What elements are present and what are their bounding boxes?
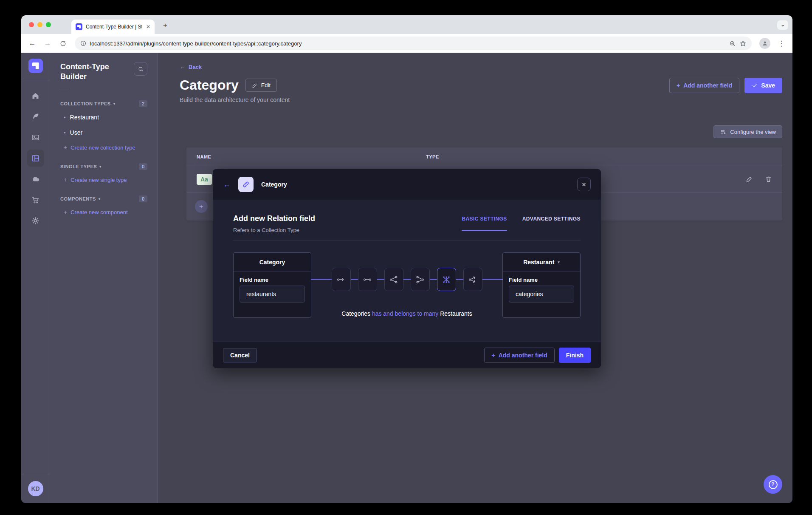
- mac-minimize-button[interactable]: [37, 22, 42, 27]
- strapi-favicon-icon: [76, 23, 82, 30]
- browser-forward-button[interactable]: →: [41, 37, 54, 50]
- relation-many-way-button[interactable]: [463, 268, 482, 291]
- browser-profile-avatar[interactable]: [759, 38, 770, 49]
- source-card-title: Category: [234, 253, 311, 272]
- source-field-label: Field name: [240, 277, 305, 283]
- source-card: Category Field name: [233, 252, 311, 318]
- new-tab-button[interactable]: +: [160, 20, 171, 31]
- modal-footer: Cancel + Add another field Finish: [213, 342, 601, 368]
- caption-relation: has and belongs to many: [372, 310, 438, 317]
- target-field-label: Field name: [509, 277, 574, 283]
- one-to-many-icon: [389, 275, 398, 284]
- browser-tab-strip: Content-Type Builder | Strapi ✕ + ⌄: [21, 15, 792, 34]
- browser-reload-button[interactable]: [56, 37, 70, 50]
- modal-header: ← Category ✕: [213, 169, 601, 200]
- modal-add-field-label: Add another field: [499, 352, 547, 359]
- relation-one-to-many-button[interactable]: [384, 268, 403, 291]
- caption-target: Restaurants: [440, 310, 472, 317]
- relation-type-picker: Categories has and belongs to many Resta…: [311, 252, 502, 318]
- tab-search-button[interactable]: ⌄: [777, 20, 788, 30]
- one-to-one-icon: [363, 275, 372, 284]
- person-icon: [761, 40, 768, 47]
- browser-back-button[interactable]: ←: [25, 37, 39, 50]
- mac-close-button[interactable]: [29, 22, 34, 27]
- modal-back-button[interactable]: ←: [223, 180, 231, 189]
- browser-toolbar: ← → localhost:1337/admin/plugins/content…: [21, 34, 792, 53]
- relation-one-way-button[interactable]: [332, 268, 351, 291]
- add-relation-modal: ← Category ✕ Add new Relation field Refe…: [213, 169, 601, 368]
- caption-source: Categories: [341, 310, 370, 317]
- relation-many-to-one-button[interactable]: [411, 268, 430, 291]
- tab-close-icon[interactable]: ✕: [145, 24, 151, 30]
- cancel-button[interactable]: Cancel: [223, 348, 257, 362]
- modal-tabs: BASIC SETTINGS ADVANCED SETTINGS: [462, 214, 581, 231]
- modal-add-another-field-button[interactable]: + Add another field: [484, 348, 554, 363]
- modal-title: Category: [261, 181, 287, 188]
- chevron-down-icon: ▾: [558, 260, 560, 264]
- modal-close-button[interactable]: ✕: [577, 178, 591, 191]
- mac-window-controls: [29, 22, 51, 27]
- link-icon: [242, 181, 250, 188]
- browser-window: Content-Type Builder | Strapi ✕ + ⌄ ← → …: [21, 15, 792, 503]
- target-card-title: Restaurant: [523, 259, 554, 266]
- relation-caption: Categories has and belongs to many Resta…: [311, 310, 502, 318]
- relation-one-to-one-button[interactable]: [358, 268, 377, 291]
- target-collection-select[interactable]: Restaurant ▾: [503, 253, 580, 272]
- many-way-icon: [468, 275, 477, 284]
- tab-basic-settings[interactable]: BASIC SETTINGS: [462, 216, 507, 231]
- plus-icon: +: [491, 352, 495, 359]
- address-bar[interactable]: localhost:1337/admin/plugins/content-typ…: [75, 37, 752, 50]
- reload-icon: [59, 40, 67, 47]
- zoom-icon[interactable]: [729, 40, 736, 47]
- strapi-admin-page: KD Content-Type Builder COLLECTION TYPES…: [21, 53, 792, 503]
- relation-many-to-many-button[interactable]: [437, 268, 456, 291]
- many-to-one-icon: [415, 275, 425, 284]
- one-way-icon: [336, 275, 346, 284]
- relation-type-badge: [238, 177, 254, 192]
- url-text: localhost:1337/admin/plugins/content-typ…: [90, 40, 725, 47]
- browser-tab[interactable]: Content-Type Builder | Strapi ✕: [71, 20, 155, 34]
- site-info-icon[interactable]: [80, 40, 87, 47]
- browser-menu-button[interactable]: ⋮: [775, 37, 788, 50]
- many-to-many-icon: [442, 275, 451, 284]
- tab-title: Content-Type Builder | Strapi: [86, 24, 142, 30]
- source-field-input[interactable]: [240, 286, 305, 303]
- finish-button[interactable]: Finish: [559, 348, 591, 363]
- mac-zoom-button[interactable]: [46, 22, 51, 27]
- modal-body: Add new Relation field Refers to a Colle…: [213, 200, 601, 342]
- tab-advanced-settings[interactable]: ADVANCED SETTINGS: [522, 216, 581, 231]
- target-field-input[interactable]: [509, 286, 574, 303]
- relation-configurator: Category Field name: [233, 252, 581, 318]
- target-card: Restaurant ▾ Field name: [502, 252, 581, 318]
- bookmark-star-icon[interactable]: [739, 40, 747, 47]
- modal-subheading: Refers to a Collection Type: [233, 227, 315, 233]
- modal-heading: Add new Relation field: [233, 214, 315, 223]
